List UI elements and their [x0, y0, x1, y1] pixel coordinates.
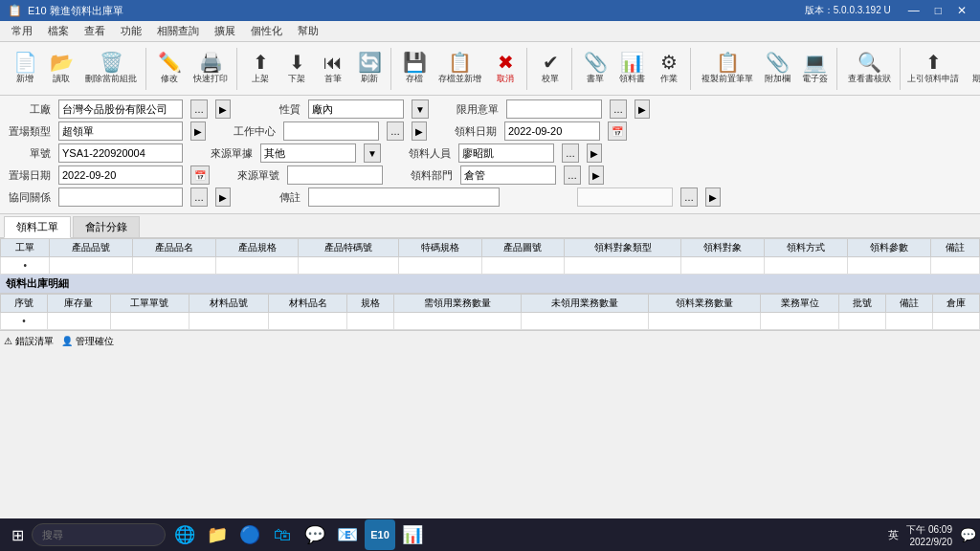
taskbar-notification[interactable]: 💬	[960, 527, 976, 542]
limit-notice-input[interactable]	[506, 99, 602, 119]
table-row[interactable]: •	[1, 257, 980, 275]
taskbar-app-chrome[interactable]: 🔵	[234, 519, 265, 550]
print-button[interactable]: 🖨️ 快速打印	[189, 50, 233, 88]
warehouse-type-browse[interactable]: ▶	[190, 121, 206, 141]
source-single-num-input[interactable]	[287, 165, 383, 185]
pickup-person-nav[interactable]: ▶	[587, 143, 602, 163]
placement-date-cal[interactable]: 📅	[190, 165, 210, 185]
attach-button[interactable]: 📎 附加欄	[760, 50, 795, 88]
detail-unused-qty[interactable]	[522, 313, 649, 330]
row-product-name[interactable]	[133, 257, 216, 275]
taskbar-search-input[interactable]	[32, 523, 166, 546]
property-browse-button[interactable]: ▼	[412, 99, 429, 119]
note-input[interactable]	[308, 187, 500, 207]
detail-spec[interactable]	[347, 313, 394, 330]
detail-note[interactable]	[886, 313, 933, 330]
tab-pickup-workorder[interactable]: 領料工單	[4, 216, 71, 238]
edit-button[interactable]: ✏️ 修改	[152, 50, 187, 88]
property-input[interactable]	[308, 99, 404, 119]
detail-row[interactable]: •	[1, 313, 980, 330]
taskbar-app-files[interactable]: 📁	[202, 519, 233, 550]
row-special-code[interactable]	[299, 257, 398, 275]
pickup-dept-nav[interactable]: ▶	[589, 165, 604, 185]
pickup-dept2-input[interactable]	[577, 187, 673, 207]
placement-date-input[interactable]	[58, 165, 183, 185]
menu-item-personalize[interactable]: 個性化	[243, 22, 290, 40]
work-center-input[interactable]	[283, 121, 379, 141]
menu-item-expand[interactable]: 擴展	[207, 22, 243, 40]
limit-notice-nav[interactable]: ▶	[635, 99, 650, 119]
manage-confirm-button[interactable]: 👤 管理確位	[61, 335, 114, 348]
detail-stock[interactable]	[47, 313, 110, 330]
detail-need-qty[interactable]	[394, 313, 522, 330]
row-note[interactable]	[930, 257, 979, 275]
esign-button[interactable]: 💻 電子簽	[797, 50, 833, 88]
menu-item-file[interactable]: 檔案	[40, 22, 77, 40]
detail-material-code[interactable]	[189, 313, 269, 330]
error-list-button[interactable]: ⚠ 錯誤清單	[4, 335, 54, 348]
review-button[interactable]: 🔍 查看書核狀	[843, 50, 896, 88]
detail-material-name[interactable]	[268, 313, 347, 330]
menu-item-related[interactable]: 相關查詢	[149, 22, 207, 40]
next-button[interactable]: ⬇ 下架	[279, 50, 314, 88]
save-new-button[interactable]: 📋 存檔並新增	[434, 50, 486, 88]
work-center-browse[interactable]: …	[387, 121, 404, 141]
receipt-button[interactable]: 📊 領料書	[614, 50, 650, 88]
start-button[interactable]: ⊞	[4, 522, 32, 548]
menu-item-common[interactable]: 常用	[4, 22, 40, 40]
import-request-button[interactable]: ⬆ 上引領料申請	[902, 50, 964, 88]
refresh-button[interactable]: 🔄 刷新	[352, 50, 387, 88]
single-input[interactable]	[58, 143, 183, 163]
first-button[interactable]: ⏮ 首筆	[316, 50, 350, 88]
detail-workorder-num[interactable]	[110, 313, 189, 330]
pickup-date-cal[interactable]: 📅	[608, 121, 627, 141]
close-button[interactable]: ✕	[951, 4, 972, 17]
row-target-type[interactable]	[565, 257, 681, 275]
limit-notice-btn[interactable]: …	[610, 99, 627, 119]
partner-input[interactable]	[58, 187, 183, 207]
pickup-dept-input[interactable]	[460, 165, 556, 185]
row-special-spec[interactable]	[398, 257, 481, 275]
detail-warehouse[interactable]	[933, 313, 980, 330]
prev-button[interactable]: ⬆ 上架	[243, 50, 278, 88]
factory-browse-button[interactable]: …	[190, 99, 208, 119]
row-target[interactable]	[681, 257, 765, 275]
factory-nav-button[interactable]: ▶	[215, 99, 231, 119]
taskbar-app-powerpoint[interactable]: 📊	[397, 519, 428, 550]
docs-button[interactable]: 📎 書單	[578, 50, 612, 88]
row-product-spec[interactable]	[215, 257, 299, 275]
pickup-dept2-browse[interactable]: …	[680, 187, 698, 207]
detail-pickup-qty[interactable]	[649, 313, 760, 330]
copy-prev-button[interactable]: 📋 複製前置筆單	[697, 50, 758, 88]
menu-item-view[interactable]: 查看	[77, 22, 113, 40]
operation-button[interactable]: ⚙ 作業	[652, 50, 686, 88]
row-product-code[interactable]	[50, 257, 133, 275]
verify-button[interactable]: ✔ 校單	[533, 50, 568, 88]
factory-input[interactable]	[58, 99, 183, 119]
period-code-button[interactable]: 📊 期別確認碼	[968, 50, 980, 88]
new-button[interactable]: 📄 新增	[8, 50, 42, 88]
detail-batch[interactable]	[839, 313, 886, 330]
cancel-button[interactable]: ✖ 取消	[488, 50, 523, 88]
taskbar-app-e10[interactable]: E10	[365, 519, 395, 550]
pickup-dept-browse[interactable]: …	[564, 165, 581, 185]
load-button[interactable]: 📂 讀取	[44, 50, 78, 88]
partner-nav[interactable]: ▶	[215, 187, 231, 207]
detail-unit[interactable]	[760, 313, 839, 330]
tab-accounting[interactable]: 會計分錄	[73, 216, 140, 237]
minimize-button[interactable]: —	[902, 4, 925, 17]
warehouse-type-input[interactable]	[58, 121, 183, 141]
row-method[interactable]	[765, 257, 848, 275]
menu-item-help[interactable]: 幫助	[290, 22, 326, 40]
pickup-person-input[interactable]	[458, 143, 554, 163]
maximize-button[interactable]: □	[929, 4, 947, 17]
taskbar-app-edge[interactable]: 🌐	[169, 519, 200, 550]
pickup-dept2-nav[interactable]: ▶	[705, 187, 721, 207]
taskbar-app-teams[interactable]: 💬	[300, 519, 330, 550]
pickup-person-browse[interactable]: …	[562, 143, 579, 163]
delete-button[interactable]: 🗑️ 刪除當前組批	[80, 50, 142, 88]
menu-item-function[interactable]: 功能	[113, 22, 149, 40]
pickup-date-input[interactable]	[504, 121, 600, 141]
row-drawing[interactable]	[481, 257, 565, 275]
taskbar-app-mail[interactable]: 📧	[332, 519, 363, 550]
